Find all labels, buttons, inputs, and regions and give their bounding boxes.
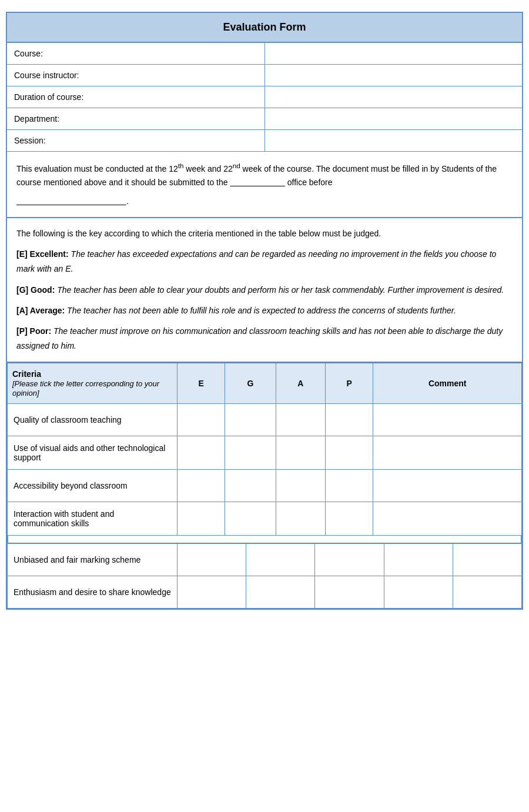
form-header: Evaluation Form (7, 13, 522, 43)
info-label: Course instructor: (7, 65, 264, 86)
col-header-criteria: Criteria [Please tick the letter corresp… (8, 363, 178, 404)
cell-g[interactable] (246, 543, 315, 576)
info-row: Course instructor: (7, 65, 522, 86)
cell-comment[interactable] (373, 436, 522, 470)
key-excellent: [E] Excellent: The teacher has exceeded … (16, 247, 513, 276)
info-value[interactable] (264, 86, 522, 108)
cell-p[interactable] (384, 576, 453, 608)
instruction-block: This evaluation must be conducted at the… (7, 152, 522, 218)
cell-e[interactable] (177, 576, 246, 608)
cell-comment[interactable] (453, 576, 521, 608)
cell-comment[interactable] (453, 543, 521, 576)
cell-e[interactable] (177, 543, 246, 576)
cell-a[interactable] (276, 404, 325, 436)
info-value[interactable] (264, 43, 522, 65)
col-header-comment: Comment (373, 363, 522, 404)
col-header-a: A (276, 363, 325, 404)
criteria-table-bottom: Unbiased and fair marking scheme Enthusi… (7, 543, 522, 609)
criteria-table-main: Criteria [Please tick the letter corresp… (7, 363, 522, 536)
table-row: Interaction with student and communicati… (8, 502, 522, 536)
key-block: The following is the key according to wh… (7, 218, 522, 363)
criteria-label: Use of visual aids and other technologic… (8, 436, 178, 470)
cell-g[interactable] (225, 404, 276, 436)
table-row: Accessibility beyond classroom (8, 470, 522, 502)
table-row: Unbiased and fair marking scheme (8, 543, 522, 576)
key-average: [A] Average: The teacher has not been ab… (16, 303, 513, 318)
cell-g[interactable] (225, 502, 276, 536)
key-intro: The following is the key according to wh… (16, 226, 513, 241)
criteria-label: Unbiased and fair marking scheme (8, 543, 178, 576)
info-label: Duration of course: (7, 86, 264, 108)
cell-p[interactable] (325, 470, 373, 502)
key-good: [G] Good: The teacher has been able to c… (16, 283, 513, 298)
info-label: Session: (7, 130, 264, 152)
col-header-g: G (225, 363, 276, 404)
cell-g[interactable] (246, 576, 315, 608)
criteria-label: Accessibility beyond classroom (8, 470, 178, 502)
instruction-text: This evaluation must be conducted at the… (16, 164, 497, 188)
cell-e[interactable] (177, 404, 225, 436)
info-row: Duration of course: (7, 86, 522, 108)
table-row: Use of visual aids and other technologic… (8, 436, 522, 470)
form-title: Evaluation Form (223, 21, 306, 33)
cell-p[interactable] (325, 436, 373, 470)
info-row: Course: (7, 43, 522, 65)
table-row: Quality of classroom teaching (8, 404, 522, 436)
info-value[interactable] (264, 130, 522, 152)
cell-p[interactable] (384, 543, 453, 576)
cell-a[interactable] (315, 543, 384, 576)
info-table: Course: Course instructor: Duration of c… (7, 43, 522, 152)
cell-comment[interactable] (373, 502, 522, 536)
col-header-p: P (325, 363, 373, 404)
cell-e[interactable] (177, 470, 225, 502)
cell-comment[interactable] (373, 470, 522, 502)
info-value[interactable] (264, 65, 522, 86)
cell-e[interactable] (177, 436, 225, 470)
cell-p[interactable] (325, 502, 373, 536)
cell-p[interactable] (325, 404, 373, 436)
info-label: Department: (7, 108, 264, 130)
cell-a[interactable] (276, 470, 325, 502)
info-row: Department: (7, 108, 522, 130)
cell-a[interactable] (276, 502, 325, 536)
table-gap (7, 536, 522, 543)
cell-comment[interactable] (373, 404, 522, 436)
criteria-label: Interaction with student and communicati… (8, 502, 178, 536)
cell-g[interactable] (225, 470, 276, 502)
criteria-label: Enthusiasm and desire to share knowledge (8, 576, 178, 608)
col-header-e: E (177, 363, 225, 404)
instruction-blank-line: . (16, 196, 129, 206)
cell-e[interactable] (177, 502, 225, 536)
cell-g[interactable] (225, 436, 276, 470)
criteria-label: Quality of classroom teaching (8, 404, 178, 436)
info-row: Session: (7, 130, 522, 152)
table-row: Enthusiasm and desire to share knowledge (8, 576, 522, 608)
key-poor: [P] Poor: The teacher must improve on hi… (16, 324, 513, 353)
info-label: Course: (7, 43, 264, 65)
info-value[interactable] (264, 108, 522, 130)
cell-a[interactable] (276, 436, 325, 470)
cell-a[interactable] (315, 576, 384, 608)
